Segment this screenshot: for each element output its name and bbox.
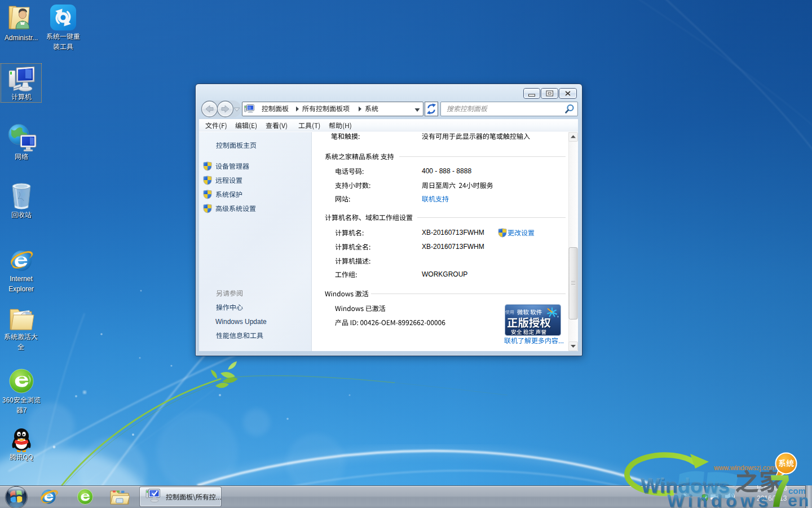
- svg-text:com: com: [788, 486, 806, 496]
- svg-text:Windows: Windows: [667, 491, 772, 508]
